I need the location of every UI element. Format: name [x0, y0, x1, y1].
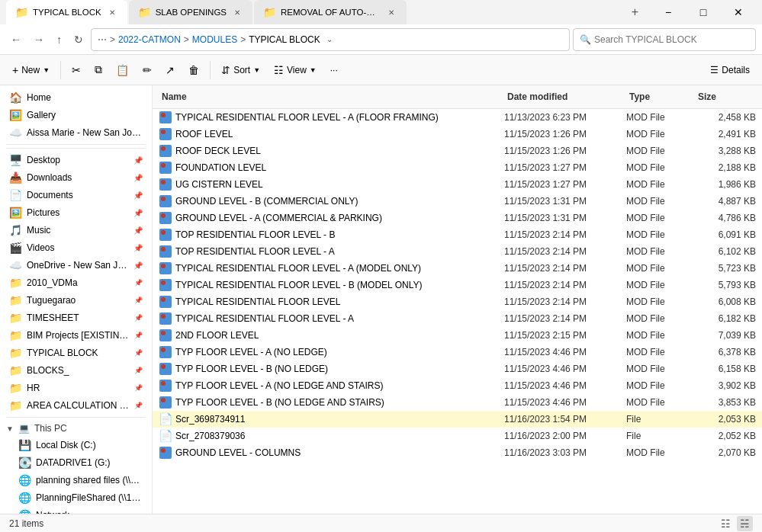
- list-view-button[interactable]: ☷: [718, 516, 734, 531]
- file-name: 2ND FLOOR LEVEL: [159, 328, 504, 342]
- sidebar-item-home[interactable]: 🏠 Home: [3, 89, 149, 106]
- sidebar-item-2010vdma[interactable]: 📁 2010_VDMa 📌: [3, 274, 149, 291]
- sidebar-item-timesheet[interactable]: 📁 TIMESHEET 📌: [3, 309, 149, 326]
- tab-tab3[interactable]: 📁 REMOVAL OF AUTO-CREATED * ✕: [254, 0, 407, 24]
- search-box[interactable]: 🔍: [573, 28, 756, 51]
- table-row[interactable]: TYPICAL RESIDENTIAL FLOOR LEVEL - A (MOD…: [153, 260, 762, 277]
- sidebar-item-drive-planning[interactable]: 🌐 planning shared files (\\192.168.: [3, 472, 149, 489]
- breadcrumb[interactable]: ⋯ > 2022-CATMON > MODULES > TYPICAL BLOC…: [91, 28, 570, 51]
- sidebar-item-typical[interactable]: 📁 TYPICAL BLOCK 📌: [3, 345, 149, 361]
- table-row[interactable]: TYPICAL RESIDENTIAL FLOOR LEVEL - A 11/1…: [153, 310, 762, 327]
- sidebar-item-documents[interactable]: 📄 Documents 📌: [3, 187, 149, 204]
- sidebar-item-drive-network[interactable]: 🌐 Network: [3, 507, 149, 514]
- sidebar-item-drive-planningfile[interactable]: 🌐 PlanningFileShared (\\192.168.1: [3, 489, 149, 506]
- table-row[interactable]: ROOF DECK LEVEL 11/15/2023 1:26 PM MOD F…: [153, 143, 762, 159]
- breadcrumb-chevron[interactable]: ⌄: [326, 35, 333, 43]
- table-row[interactable]: GROUND LEVEL - COLUMNS 11/16/2023 3:03 P…: [153, 444, 762, 461]
- file-date: 11/15/2023 2:14 PM: [504, 246, 626, 257]
- tab-tab1[interactable]: 📁 TYPICAL BLOCK ✕: [6, 0, 127, 24]
- new-button[interactable]: + New ▼: [6, 61, 56, 79]
- share-button[interactable]: ↗: [159, 61, 181, 79]
- title-bar: 📁 TYPICAL BLOCK ✕ 📁 SLAB OPENINGS ✕ 📁 RE…: [0, 0, 762, 24]
- table-row[interactable]: TYP FLOOR LEVEL - A (NO LEDGE) 11/15/202…: [153, 344, 762, 361]
- file-type: MOD File: [626, 447, 695, 458]
- copy-button[interactable]: ⧉: [88, 60, 108, 79]
- table-row[interactable]: 2ND FLOOR LEVEL 11/15/2023 2:15 PM MOD F…: [153, 327, 762, 344]
- file-date: 11/16/2023 2:00 PM: [504, 431, 626, 441]
- file-type: MOD File: [626, 246, 695, 257]
- table-row[interactable]: TYPICAL RESIDENTIAL FLOOR LEVEL - A (FLO…: [153, 109, 762, 126]
- breadcrumb-segment-typical[interactable]: TYPICAL BLOCK: [249, 34, 320, 45]
- minimize-button[interactable]: −: [651, 0, 686, 24]
- column-date[interactable]: Date modified: [504, 88, 626, 105]
- breadcrumb-segment-modules[interactable]: MODULES: [192, 34, 237, 45]
- table-row[interactable]: UG CISTERN LEVEL 11/15/2023 1:27 PM MOD …: [153, 176, 762, 193]
- sort-button[interactable]: ⇵ Sort ▼: [215, 61, 266, 79]
- close-button[interactable]: ✕: [721, 0, 756, 24]
- file-name-text: TOP RESIDENTIAL FLOOR LEVEL - B: [175, 229, 335, 240]
- tab-label: REMOVAL OF AUTO-CREATED *: [281, 8, 381, 17]
- sidebar-item-downloads[interactable]: 📥 Downloads 📌: [3, 169, 149, 186]
- up-button[interactable]: ↑: [52, 30, 66, 49]
- sidebar-item-area[interactable]: 📁 AREA CALCULATION FILES 📌: [3, 397, 149, 414]
- sidebar-item-gallery[interactable]: 🖼️ Gallery: [3, 107, 149, 123]
- tab-close-button[interactable]: ✕: [106, 7, 118, 18]
- table-row[interactable]: TOP RESIDENTIAL FLOOR LEVEL - A 11/15/20…: [153, 243, 762, 260]
- table-row[interactable]: TYP FLOOR LEVEL - B (NO LEDGE AND STAIRS…: [153, 394, 762, 411]
- refresh-button[interactable]: ↻: [69, 30, 88, 49]
- table-row[interactable]: TOP RESIDENTIAL FLOOR LEVEL - B 11/15/20…: [153, 226, 762, 243]
- table-row[interactable]: TYPICAL RESIDENTIAL FLOOR LEVEL - B (MOD…: [153, 277, 762, 293]
- sidebar-item-videos[interactable]: 🎬 Videos 📌: [3, 239, 149, 256]
- file-icon-container: 📄: [159, 412, 172, 426]
- sidebar-item-tuguegarao[interactable]: 📁 Tuguegarao 📌: [3, 292, 149, 309]
- sidebar-item-pictures[interactable]: 🖼️ Pictures 📌: [3, 204, 149, 221]
- sidebar-icon: 🎵: [9, 224, 22, 236]
- more-button[interactable]: ···: [324, 62, 344, 79]
- column-name[interactable]: Name: [159, 88, 504, 105]
- sidebar-item-music[interactable]: 🎵 Music 📌: [3, 222, 149, 239]
- sidebar-group-this-pc[interactable]: ▼ 💻 This PC: [0, 421, 152, 436]
- file-size: 6,102 KB: [695, 246, 756, 257]
- column-size[interactable]: Size: [695, 88, 756, 105]
- table-row[interactable]: 📄 Scr_2708379036 11/16/2023 2:00 PM File…: [153, 428, 762, 444]
- maximize-button[interactable]: □: [686, 0, 721, 24]
- cut-button[interactable]: ✂: [66, 61, 87, 79]
- sidebar-item-aissa[interactable]: ☁️ Aissa Marie - New San Jose Build: [3, 124, 149, 141]
- sidebar-icon: 🖥️: [9, 154, 22, 166]
- table-row[interactable]: TYP FLOOR LEVEL - B (NO LEDGE) 11/15/202…: [153, 361, 762, 377]
- table-row[interactable]: TYP FLOOR LEVEL - A (NO LEDGE AND STAIRS…: [153, 377, 762, 394]
- file-type: MOD File: [626, 162, 695, 173]
- forward-button[interactable]: →: [29, 30, 49, 49]
- sidebar-item-drive-datadrive[interactable]: 💽 DATADRIVE1 (G:): [3, 454, 149, 471]
- table-row[interactable]: FOUNDATION LEVEL 11/15/2023 1:27 PM MOD …: [153, 159, 762, 176]
- new-tab-button[interactable]: +: [625, 5, 645, 19]
- search-input[interactable]: [594, 34, 749, 45]
- table-row[interactable]: GROUND LEVEL - B (COMMERCIAL ONLY) 11/15…: [153, 193, 762, 210]
- tab-tab2[interactable]: 📁 SLAB OPENINGS ✕: [129, 0, 252, 24]
- column-type[interactable]: Type: [626, 88, 695, 105]
- pin-icon: 📌: [133, 156, 143, 165]
- sidebar-item-bim[interactable]: 📁 BIM Projects [EXISTING & ON ... 📌: [3, 327, 149, 344]
- table-row[interactable]: GROUND LEVEL - A (COMMERCIAL & PARKING) …: [153, 210, 762, 226]
- sidebar-item-hr[interactable]: 📁 HR 📌: [3, 380, 149, 396]
- table-row[interactable]: 📄 Scr_3698734911 11/16/2023 1:54 PM File…: [153, 411, 762, 428]
- details-view-button[interactable]: ☵: [737, 516, 753, 531]
- tab-close-button[interactable]: ✕: [231, 7, 243, 18]
- sort-label: Sort: [233, 65, 250, 75]
- table-row[interactable]: TYPICAL RESIDENTIAL FLOOR LEVEL 11/15/20…: [153, 293, 762, 310]
- sidebar-item-blocks[interactable]: 📁 BLOCKS_ 📌: [3, 362, 149, 379]
- breadcrumb-segment-catmon[interactable]: 2022-CATMON: [118, 34, 181, 45]
- delete-button[interactable]: 🗑: [182, 61, 205, 79]
- back-button[interactable]: ←: [6, 30, 26, 49]
- tab-close-button[interactable]: ✕: [385, 7, 397, 18]
- details-button[interactable]: ☰ Details: [704, 62, 756, 79]
- mod-file-icon: [159, 346, 172, 358]
- sidebar-item-onedrive[interactable]: ☁️ OneDrive - New San Jose Build 📌: [3, 257, 149, 274]
- view-button[interactable]: ☷ View ▼: [268, 61, 323, 79]
- sidebar-item-desktop[interactable]: 🖥️ Desktop 📌: [3, 152, 149, 168]
- sidebar-item-drive-local_c[interactable]: 💾 Local Disk (C:): [3, 437, 149, 453]
- table-row[interactable]: ROOF LEVEL 11/15/2023 1:26 PM MOD File 2…: [153, 126, 762, 143]
- details-icon: ☰: [710, 65, 719, 75]
- paste-button[interactable]: 📋: [110, 61, 135, 79]
- rename-button[interactable]: ✏: [137, 61, 158, 79]
